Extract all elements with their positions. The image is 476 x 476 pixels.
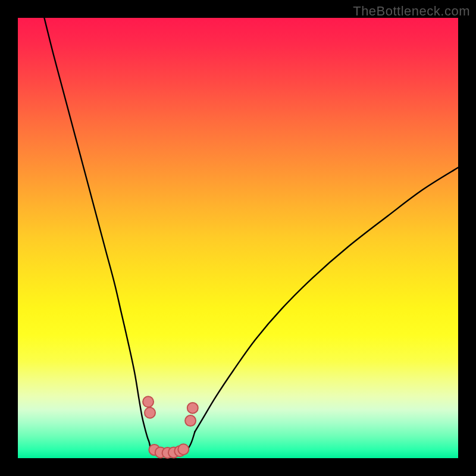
highlighted-marker <box>187 403 198 414</box>
highlighted-marker <box>143 396 154 407</box>
highlighted-marker-group <box>143 396 198 458</box>
highlighted-marker <box>145 408 155 418</box>
chart-frame: TheBottleneck.com <box>0 0 476 476</box>
curve-left-branch <box>44 18 150 452</box>
watermark-text: TheBottleneck.com <box>353 4 470 19</box>
highlighted-marker <box>178 444 189 455</box>
plot-area <box>18 18 458 458</box>
highlighted-marker <box>185 415 196 426</box>
curve-right-branch <box>195 168 458 432</box>
chart-overlay <box>18 18 458 458</box>
